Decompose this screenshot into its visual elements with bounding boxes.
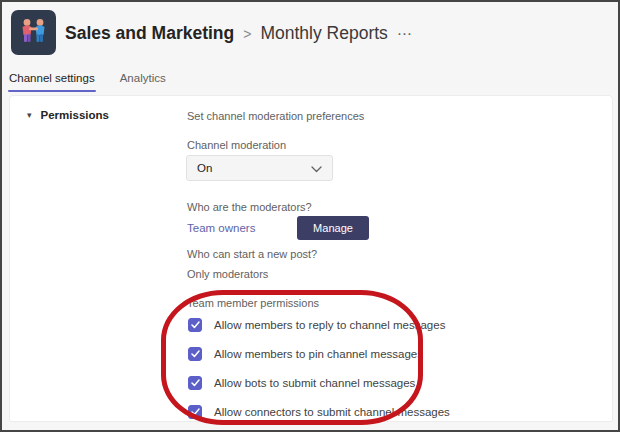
checkmark-icon <box>191 321 200 329</box>
manage-button[interactable]: Manage <box>297 216 369 240</box>
permissions-section-header[interactable]: ▾ Permissions <box>27 109 109 121</box>
channel-header: Sales and Marketing > Monthly Reports ⋯ <box>2 2 618 66</box>
breadcrumb: Sales and Marketing > Monthly Reports ⋯ <box>65 2 413 64</box>
section-description: Set channel moderation preferences <box>187 110 364 122</box>
checkmark-icon <box>191 379 200 387</box>
checkbox[interactable] <box>188 318 202 332</box>
channel-moderation-select[interactable]: On <box>186 155 333 181</box>
section-title: Permissions <box>41 109 109 121</box>
tab-channel-settings[interactable]: Channel settings <box>8 68 96 92</box>
permission-option-connectors[interactable]: Allow connectors to submit channel messa… <box>188 404 450 419</box>
permission-option-label: Allow members to pin channel messages <box>214 348 423 360</box>
handshake-people-icon <box>17 14 50 51</box>
tab-label: Channel settings <box>9 72 95 84</box>
team-owners-link[interactable]: Team owners <box>187 222 255 234</box>
moderators-question: Who are the moderators? <box>187 201 312 213</box>
more-options-icon[interactable]: ⋯ <box>397 23 413 43</box>
permission-option-pin[interactable]: Allow members to pin channel messages <box>188 346 423 361</box>
new-post-question: Who can start a new post? <box>187 248 317 260</box>
checkbox[interactable] <box>188 405 202 419</box>
checkmark-icon <box>191 408 200 416</box>
permission-option-label: Allow connectors to submit channel messa… <box>214 406 450 418</box>
member-permissions-label: Team member permissions <box>187 297 319 309</box>
checkbox[interactable] <box>188 376 202 390</box>
tab-analytics[interactable]: Analytics <box>119 68 167 92</box>
new-post-value: Only moderators <box>187 268 268 280</box>
permission-option-label: Allow members to reply to channel messag… <box>214 319 445 331</box>
channel-moderation-label: Channel moderation <box>187 139 286 151</box>
teams-channel-settings-window: Sales and Marketing > Monthly Reports ⋯ … <box>0 0 620 432</box>
channel-moderation-value: On <box>197 162 212 174</box>
checkbox[interactable] <box>188 347 202 361</box>
permission-option-bots[interactable]: Allow bots to submit channel messages <box>188 375 415 390</box>
permission-option-label: Allow bots to submit channel messages <box>214 377 415 389</box>
breadcrumb-chevron-icon: > <box>243 25 251 42</box>
tab-bar: Channel settings Analytics <box>8 68 167 92</box>
settings-panel: ▾ Permissions Set channel moderation pre… <box>9 95 613 422</box>
permission-option-reply[interactable]: Allow members to reply to channel messag… <box>188 317 445 332</box>
caret-down-icon: ▾ <box>27 110 32 120</box>
team-avatar[interactable] <box>11 10 56 55</box>
team-name[interactable]: Sales and Marketing <box>65 23 234 44</box>
tab-label: Analytics <box>120 72 166 84</box>
chevron-down-icon <box>311 159 322 177</box>
checkmark-icon <box>191 350 200 358</box>
channel-name: Monthly Reports <box>260 23 387 44</box>
